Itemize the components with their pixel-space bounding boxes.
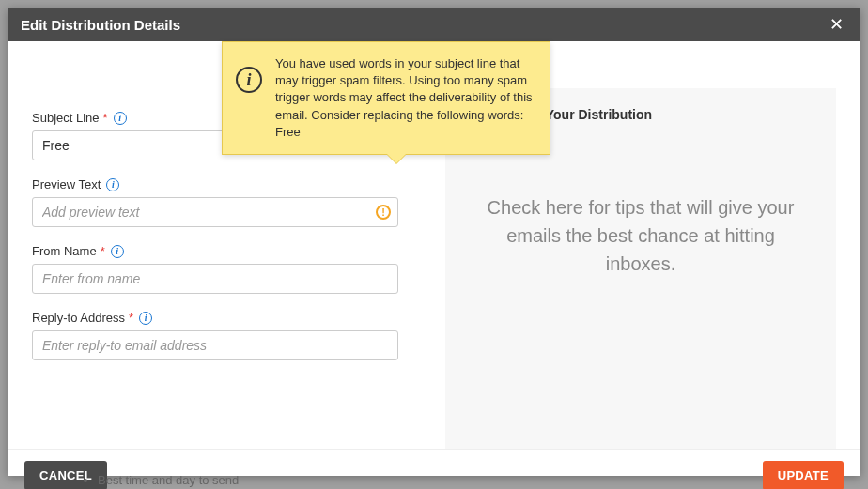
close-icon[interactable]: ✕ [826,16,847,33]
modal-body: i You have used words in your subject li… [8,41,860,449]
preview-text-input[interactable] [32,197,398,227]
from-name-field: From Name * i [32,244,398,294]
reply-to-label: Reply-to Address * i [32,311,398,325]
modal-title: Edit Distribution Details [21,17,180,33]
info-icon[interactable]: i [114,112,127,125]
from-name-label: From Name * i [32,244,398,258]
warning-icon[interactable]: ! [376,205,391,220]
preview-text-field: Preview Text i ! [32,177,398,227]
info-icon[interactable]: i [111,245,124,258]
from-name-input[interactable] [32,264,398,294]
modal-header: Edit Distribution Details ✕ [8,8,860,41]
background-text: Best time and day to send [98,473,239,487]
info-icon[interactable]: i [106,178,119,191]
spam-warning-tooltip: i You have used words in your subject li… [222,41,550,155]
info-icon[interactable]: i [139,312,152,325]
cancel-button[interactable]: CANCEL [24,461,107,489]
info-icon: i [236,67,262,93]
required-indicator: * [129,311,133,325]
required-indicator: * [103,111,108,125]
reply-to-input[interactable] [32,330,398,360]
preview-text-label: Preview Text i [32,177,398,191]
edit-distribution-modal: Edit Distribution Details ✕ i You have u… [8,8,860,476]
form-column: i You have used words in your subject li… [32,64,398,449]
reply-to-field: Reply-to Address * i [32,311,398,360]
required-indicator: * [101,244,105,258]
tooltip-text: You have used words in your subject line… [275,55,533,141]
optimize-body: Check here for tips that will give your … [464,193,817,278]
update-button[interactable]: UPDATE [763,461,844,489]
